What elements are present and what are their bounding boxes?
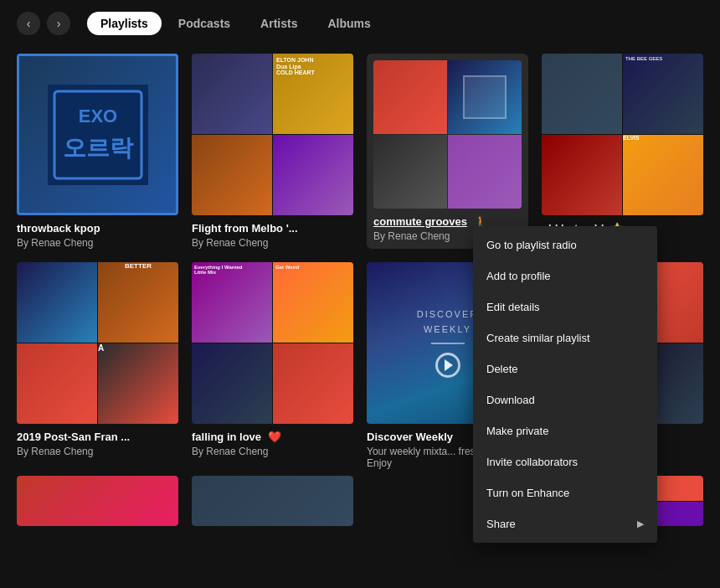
menu-item-delete[interactable]: Delete bbox=[473, 353, 657, 384]
kpop-artwork: EXO 오르락 bbox=[17, 54, 178, 215]
svg-text:오르락: 오르락 bbox=[63, 135, 134, 161]
falling-in-love-icon: ❤️ bbox=[268, 431, 281, 443]
card-subtitle-post-san-fran: By Renae Cheng bbox=[17, 446, 178, 457]
svg-text:EXO: EXO bbox=[78, 106, 116, 126]
card-subtitle-throwback-kpop: By Renae Cheng bbox=[17, 237, 178, 249]
card-title-throwback-kpop: throwback kpop bbox=[17, 222, 178, 235]
card-image-old-but-gold: THE BEE GEES ELVIS bbox=[542, 54, 703, 215]
menu-item-go-to-playlist-radio[interactable]: Go to playlist radio bbox=[473, 230, 657, 260]
menu-item-make-private[interactable]: Make private bbox=[473, 415, 657, 446]
card-title-falling-in-love: falling in love ❤️ bbox=[192, 431, 353, 443]
menu-item-create-similar-playlist[interactable]: Create similar playlist bbox=[473, 322, 657, 353]
back-button[interactable]: ‹ bbox=[17, 12, 40, 35]
playlist-card-bottom2[interactable] bbox=[192, 476, 353, 533]
playlist-card-old-but-gold[interactable]: THE BEE GEES ELVIS old but gold ⭐ By Ren… bbox=[542, 54, 703, 249]
card-subtitle-flight-melbo: By Renae Cheng bbox=[192, 237, 353, 249]
playlist-card-falling-in-love[interactable]: Everything I WantedLittle Mix Get Weird … bbox=[192, 262, 353, 469]
commute-mosaic bbox=[373, 60, 522, 209]
forward-button[interactable]: › bbox=[47, 12, 70, 35]
tab-albums[interactable]: Albums bbox=[314, 12, 383, 35]
tab-playlists[interactable]: Playlists bbox=[87, 12, 162, 35]
falling-in-love-mosaic: Everything I WantedLittle Mix Get Weird bbox=[192, 262, 353, 424]
menu-item-download[interactable]: Download bbox=[473, 384, 657, 415]
menu-item-invite-collaborators[interactable]: Invite collaborators bbox=[473, 446, 657, 477]
nav-bar: ‹ › Playlists Podcasts Artists Albums bbox=[0, 0, 720, 47]
menu-item-turn-on-enhance[interactable]: Turn on Enhance bbox=[473, 477, 657, 508]
card-image-flight-melbo: ELTON JOHNDua LipaCOLD HEART bbox=[192, 54, 353, 215]
card-image-bottom1 bbox=[17, 476, 178, 526]
old-but-gold-mosaic: THE BEE GEES ELVIS bbox=[542, 54, 703, 215]
card-image-commute-grooves bbox=[373, 60, 522, 209]
playlist-card-throwback-kpop[interactable]: EXO 오르락 throwback kpop By Renae Cheng bbox=[17, 54, 178, 249]
nav-arrows: ‹ › bbox=[17, 12, 70, 35]
playlist-card-post-san-fran[interactable]: BETTER A 2019 Post-San Fran ... By Renae… bbox=[17, 262, 178, 469]
menu-item-share[interactable]: Share ▶ bbox=[473, 508, 657, 539]
card-image-bottom2 bbox=[192, 476, 353, 526]
nav-tabs: Playlists Podcasts Artists Albums bbox=[87, 12, 384, 35]
card-image-falling-in-love: Everything I WantedLittle Mix Get Weird bbox=[192, 262, 353, 424]
flight-mosaic: ELTON JOHNDua LipaCOLD HEART bbox=[192, 54, 353, 215]
context-menu: Go to playlist radio Add to profile Edit… bbox=[473, 226, 657, 543]
share-arrow-icon: ▶ bbox=[637, 518, 644, 529]
playlist-card-commute-grooves[interactable]: commute grooves 🚶 By Renae Cheng bbox=[367, 54, 528, 249]
card-title-flight-melbo: Flight from Melbo '... bbox=[192, 222, 353, 235]
playlist-card-flight-melbo[interactable]: ELTON JOHNDua LipaCOLD HEART Flight from… bbox=[192, 54, 353, 249]
card-image-post-san-fran: BETTER A bbox=[17, 262, 178, 424]
playlist-card-bottom1[interactable] bbox=[17, 476, 178, 533]
card-subtitle-falling-in-love: By Renae Cheng bbox=[192, 446, 353, 457]
post-san-fran-mosaic: BETTER A bbox=[17, 262, 178, 424]
menu-item-add-to-profile[interactable]: Add to profile bbox=[473, 260, 657, 291]
card-image-throwback-kpop: EXO 오르락 bbox=[17, 54, 178, 215]
tab-artists[interactable]: Artists bbox=[247, 12, 311, 35]
card-title-post-san-fran: 2019 Post-San Fran ... bbox=[17, 431, 178, 443]
menu-item-edit-details[interactable]: Edit details bbox=[473, 291, 657, 322]
commute-grooves-link[interactable]: commute grooves bbox=[373, 215, 467, 228]
tab-podcasts[interactable]: Podcasts bbox=[165, 12, 244, 35]
